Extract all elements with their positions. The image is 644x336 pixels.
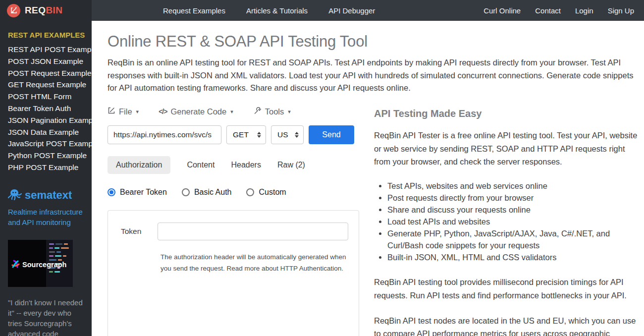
radio-bearer-token[interactable]: Bearer Token: [107, 188, 167, 197]
feature-list: Test APIs, websites and web services onl…: [374, 180, 639, 263]
token-input[interactable]: [158, 223, 348, 240]
file-edit-icon: [107, 107, 115, 116]
token-label: Token: [118, 227, 158, 236]
url-input[interactable]: [107, 125, 221, 144]
brand-name: REQBIN: [25, 5, 62, 16]
reqbin-logo[interactable]: REQBIN: [0, 0, 92, 21]
radio-unselected-icon: [246, 188, 254, 196]
chevron-down-icon: ▾: [288, 109, 291, 115]
select-arrows-icon: [257, 132, 261, 138]
request-toolbar: File ▾ </> Generate Code ▾ Tools ▾: [107, 107, 359, 117]
sourcegraph-ad-image[interactable]: Sourcegraph: [8, 240, 73, 287]
nav-sign-up[interactable]: Sign Up: [608, 6, 634, 15]
method-select[interactable]: GET: [226, 125, 266, 144]
sidebar-item-rest-api-post-example[interactable]: REST API POST Example: [8, 44, 92, 56]
page-title: Online REST & SOAP API Testing Tool: [107, 33, 639, 51]
sidebar-item-bearer-token-auth[interactable]: Bearer Token Auth: [8, 103, 92, 114]
sourcegraph-ad-quote[interactable]: "I didn't know I needed it" -- every dev…: [8, 297, 83, 336]
region-select[interactable]: US: [271, 125, 304, 144]
radio-selected-icon: [107, 188, 115, 196]
sourcegraph-mark-icon: [11, 260, 20, 270]
tab-content[interactable]: Content: [187, 156, 215, 174]
sidebar-item-post-json-example[interactable]: POST JSON Example: [8, 56, 92, 67]
secondary-nav: Curl Online Contact Login Sign Up: [483, 6, 634, 15]
feature-item: Generate PHP, Python, JavaScript/AJAX, J…: [387, 228, 639, 252]
sematext-wordmark: sematext: [25, 189, 72, 202]
tab-headers[interactable]: Headers: [231, 156, 261, 174]
feature-item: Post requests directly from your browser: [387, 192, 639, 204]
info-column: API Testing Made Easy ReqBin API Tester …: [374, 107, 639, 336]
tab-authorization[interactable]: Authorization: [107, 156, 170, 174]
nav-curl-online[interactable]: Curl Online: [483, 6, 521, 15]
sidebar: REST API EXAMPLES REST API POST Example …: [0, 21, 92, 336]
nav-login[interactable]: Login: [575, 6, 593, 15]
generate-code-menu[interactable]: </> Generate Code ▾: [159, 107, 233, 116]
info-paragraph-2: ReqBin API testing tool provides millise…: [374, 276, 639, 302]
feature-item: Share and discuss your requests online: [387, 204, 639, 216]
primary-nav: Request Examples Articles & Tutorials AP…: [163, 6, 375, 15]
nav-request-examples[interactable]: Request Examples: [163, 6, 225, 15]
tools-menu[interactable]: Tools ▾: [253, 107, 291, 117]
intro-paragraph: ReqBin is an online API testing tool for…: [107, 56, 639, 95]
select-arrows-icon: [295, 132, 299, 138]
sidebar-item-javascript-post-example[interactable]: JavaScript POST Example: [8, 138, 92, 150]
feature-item: Load test APIs and websites: [387, 216, 639, 228]
radio-basic-auth[interactable]: Basic Auth: [182, 188, 232, 197]
send-button[interactable]: Send: [309, 125, 354, 144]
feature-item: Test APIs, websites and web services onl…: [387, 180, 639, 192]
code-icon: </>: [159, 108, 167, 115]
nav-articles-tutorials[interactable]: Articles & Tutorials: [246, 6, 308, 15]
tab-raw[interactable]: Raw (2): [277, 156, 305, 174]
sidebar-item-post-html-form[interactable]: POST HTML Form: [8, 91, 92, 103]
sidebar-item-json-data-example[interactable]: JSON Data Example: [8, 126, 92, 138]
info-paragraph-1: ReqBin API Tester is a free online API t…: [374, 129, 639, 169]
sematext-ad[interactable]: sematext Realtime infrastructure and API…: [8, 188, 92, 227]
radio-unselected-icon: [182, 188, 190, 196]
file-menu[interactable]: File ▾: [107, 107, 139, 116]
sematext-octopus-icon: [8, 188, 22, 202]
radio-custom[interactable]: Custom: [246, 188, 286, 197]
nav-api-debugger[interactable]: API Debugger: [328, 6, 375, 15]
reqbin-pen-icon: [7, 4, 20, 17]
info-paragraph-3: ReqBin API test nodes are located in the…: [374, 314, 639, 336]
sidebar-item-php-post-example[interactable]: PHP POST Example: [8, 162, 92, 173]
request-row: GET US Send: [107, 125, 359, 144]
chevron-down-icon: ▾: [230, 109, 233, 115]
chevron-down-icon: ▾: [136, 109, 139, 115]
token-help-text: The authorization header will be automat…: [161, 252, 349, 275]
nav-contact[interactable]: Contact: [535, 6, 561, 15]
sematext-tagline: Realtime infrastructure and API monitori…: [8, 207, 83, 227]
request-tabs: Authorization Content Headers Raw (2): [107, 156, 359, 174]
request-widget: File ▾ </> Generate Code ▾ Tools ▾: [107, 107, 359, 336]
top-navigation-bar: REQBIN Request Examples Articles & Tutor…: [0, 0, 644, 21]
sidebar-item-post-request-example[interactable]: POST Request Example: [8, 67, 92, 79]
feature-item: Built-in JSON, XML, HTML and CSS validat…: [387, 252, 639, 264]
sourcegraph-wordmark: Sourcegraph: [22, 261, 66, 269]
main-content: Online REST & SOAP API Testing Tool ReqB…: [92, 21, 644, 336]
sidebar-item-python-post-example[interactable]: Python POST Example: [8, 150, 92, 162]
sidebar-item-json-pagination-example[interactable]: JSON Pagination Example: [8, 114, 92, 126]
wrench-icon: [253, 107, 262, 117]
info-heading: API Testing Made Easy: [374, 108, 639, 119]
sidebar-item-get-request-example[interactable]: GET Request Example: [8, 79, 92, 91]
auth-type-options: Bearer Token Basic Auth Custom: [107, 188, 359, 197]
sidebar-heading-rest-api-examples[interactable]: REST API EXAMPLES: [8, 31, 92, 39]
token-panel: Token The authorization header will be a…: [107, 210, 359, 336]
